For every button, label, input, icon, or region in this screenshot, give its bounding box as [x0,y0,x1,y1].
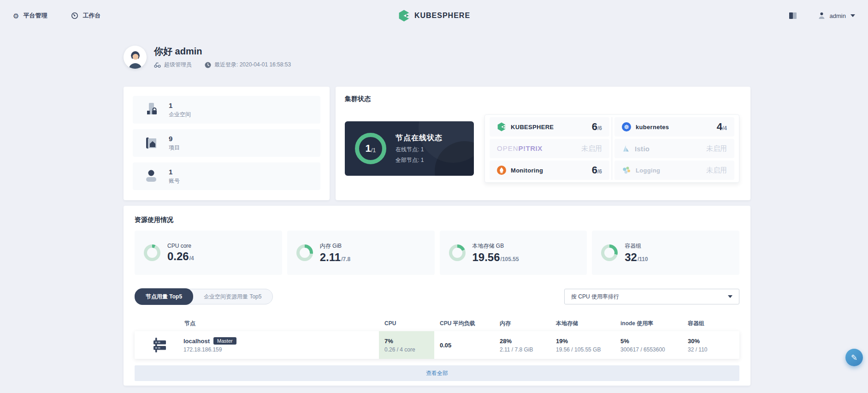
project-label: 项目 [169,144,180,152]
kubesphere-value: 6 [592,121,597,133]
node-name[interactable]: localhost [183,338,210,345]
component-kubernetes[interactable]: ☸ kubernetes 4/4 [614,117,734,137]
storage-usage-detail: 19.56 / 105.55 GB [556,346,615,353]
component-logging-name: Logging [636,167,660,174]
tab-workspace-usage-top5[interactable]: 企业空间资源用量 Top5 [193,289,272,304]
tab-node-usage-top5[interactable]: 节点用量 Top5 [135,288,193,305]
resource-usage-card: 资源使用情况 CPU core 0.26/4 内存 GiB 2.11/7.8 [124,206,750,386]
component-logging[interactable]: Logging 未启用 [614,161,734,180]
header-load: CPU 平均负载 [434,320,494,328]
pods-stat-label: 容器组 [625,242,648,250]
cpu-usage-pct: 7% [384,338,434,345]
projects-item[interactable]: 9 项目 [133,129,320,157]
pods-usage-detail: 32 / 110 [688,346,739,353]
inode-usage-pct: 5% [620,338,682,345]
node-online-count: 1 [365,143,371,155]
kubernetes-value: 4 [717,121,722,133]
memory-stat-label: 内存 GiB [320,242,350,250]
istio-status: 未启用 [706,144,727,153]
docs-book-icon[interactable] [789,12,797,19]
cpu-usage-detail: 0.26 / 4 core [384,346,434,353]
kubesphere-logo-text: KUBESPHERE [414,12,470,20]
storage-stat-total: /105.55 [501,256,519,262]
user-menu[interactable]: admin [818,12,855,19]
master-badge: Master [213,337,236,345]
storage-stat-label: 本地存储 GB [472,242,519,250]
kubesphere-logo-icon [398,10,410,22]
node-ip: 172.18.186.159 [183,346,236,353]
node-donut: 1 /1 [355,133,386,164]
avatar[interactable] [124,46,147,69]
prometheus-icon [497,166,506,175]
cpu-usage-cell: 7% 0.26 / 4 core [379,331,434,359]
dropdown-caret-icon [728,295,732,298]
workspaces-item[interactable]: 1 企业空间 [133,96,320,124]
component-openpitrix[interactable]: OPENP!TRIX 未启用 [490,139,609,158]
nav-platform-label: 平台管理 [23,12,47,20]
last-login-label: 最近登录: 2020-04-01 16:58:53 [214,61,291,69]
header-storage: 本地存储 [550,320,615,328]
openpitrix-wordmark-bold: P!TRIX [519,144,543,152]
workspace-icon [142,101,160,119]
node-total-count: /1 [371,147,376,154]
overview-card: 1 企业空间 9 项目 1 账号 [124,87,330,200]
user-role-label: 超级管理员 [164,61,192,69]
stat-memory: 内存 GiB 2.11/7.8 [287,231,435,275]
cpu-stat-value: 0.26 [167,250,189,263]
stat-pods: 容器组 32/110 [592,231,739,275]
istio-sail-icon [622,144,630,153]
nav-workbench[interactable]: 工作台 [71,12,100,20]
component-monitoring[interactable]: Monitoring 6/6 [490,161,609,180]
account-label: 账号 [169,177,180,185]
component-istio-name: Istio [635,145,650,153]
view-all-link[interactable]: 查看全部 [426,369,448,377]
cluster-status-card: 集群状态 1 /1 节点在线状态 在线节点: 1 全部节点: 1 [336,87,750,200]
cpu-load-value: 0.05 [440,342,494,349]
logging-status: 未启用 [706,166,727,175]
top5-tab-group: 节点用量 Top5 企业空间资源用量 Top5 [135,289,273,304]
clock-icon [205,62,211,68]
header-inode: inode 使用率 [615,320,682,328]
memory-usage-pct: 28% [500,338,550,345]
cpu-stat-label: CPU core [167,243,194,249]
workspace-count: 1 [169,101,191,109]
pods-donut [601,244,618,261]
accounts-item[interactable]: 1 账号 [133,162,320,190]
header-node: 节点 [135,320,379,328]
node-online-panel[interactable]: 1 /1 节点在线状态 在线节点: 1 全部节点: 1 [345,121,474,176]
inode-usage-cell: 5% 300617 / 6553600 [615,338,682,353]
project-count: 9 [169,135,180,143]
component-kubesphere[interactable]: KUBESPHERE 6/6 [490,117,609,137]
pods-stat-total: /110 [638,256,648,262]
storage-stat-value: 19.56 [472,251,500,264]
nav-workbench-label: 工作台 [83,12,100,20]
pen-icon: ✎ [851,353,857,362]
top-navbar: ⚙ 平台管理 工作台 KUBESPHERE admin [0,0,868,31]
kubesphere-logo[interactable]: KUBESPHERE [398,10,470,22]
feedback-pen-button[interactable]: ✎ [845,349,863,366]
openpitrix-wordmark-light: OPEN [497,144,519,152]
storage-usage-cell: 19% 19.56 / 105.55 GB [550,338,615,353]
pods-usage-cell: 30% 32 / 110 [682,338,739,353]
monitoring-total: /6 [597,168,602,175]
cpu-stat-total: /4 [189,255,194,262]
inode-usage-detail: 300617 / 6553600 [620,346,682,353]
view-all-bar[interactable]: 查看全部 [135,365,739,381]
memory-usage-detail: 2.11 / 7.8 GiB [500,346,550,353]
greeting-section: 你好 admin 超级管理员 最近登录: 2020-04-01 16:58:53 [124,45,750,69]
sort-by-cpu-dropdown[interactable]: 按 CPU 使用率排行 [564,289,739,304]
role-icon [154,62,161,68]
workspace-label: 企业空间 [169,111,191,119]
component-monitoring-name: Monitoring [511,167,543,174]
cluster-status-title: 集群状态 [345,95,739,103]
table-row-localhost[interactable]: localhost Master 172.18.186.159 7% 0.26 … [135,331,739,359]
project-icon [142,134,160,152]
node-all-line: 全部节点: 1 [396,156,443,164]
chevron-down-icon [850,14,855,17]
header-memory: 内存 [494,320,550,328]
pods-stat-value: 32 [625,251,637,264]
nav-platform-management[interactable]: ⚙ 平台管理 [13,12,47,20]
kubernetes-total: /4 [722,125,727,131]
component-istio[interactable]: Istio 未启用 [614,139,734,158]
memory-stat-total: /7.8 [341,256,350,262]
